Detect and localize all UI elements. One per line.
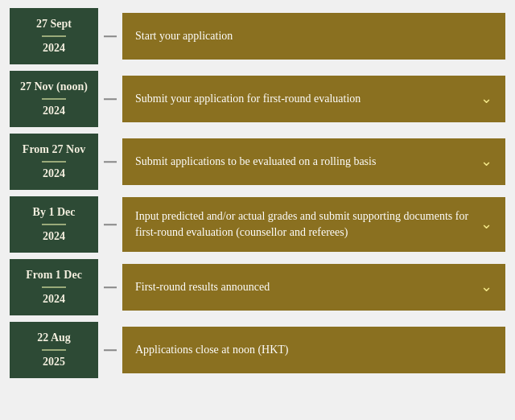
date-year-3: 2024 — [43, 167, 65, 181]
date-box-2: 27 Nov (noon)2024 — [10, 71, 98, 127]
chevron-down-icon-2: ⌄ — [480, 89, 492, 109]
date-divider-5 — [42, 286, 66, 288]
event-text-4: Input predicted and/or actual grades and… — [135, 208, 480, 240]
date-top-3: From 27 Nov — [23, 142, 85, 157]
timeline-container: 27 Sept2024Start your application⌄27 Nov… — [0, 0, 515, 420]
date-box-1: 27 Sept2024 — [10, 8, 98, 64]
event-text-6: Applications close at noon (HKT) — [135, 342, 492, 358]
date-divider-1 — [42, 35, 66, 37]
date-year-6: 2025 — [43, 355, 65, 369]
date-year-5: 2024 — [43, 292, 65, 307]
date-top-4: By 1 Dec — [33, 205, 76, 220]
date-top-6: 22 Aug — [37, 331, 71, 345]
date-year-4: 2024 — [43, 229, 65, 244]
timeline-row-5: From 1 Dec2024First-round results announ… — [10, 259, 505, 315]
timeline-row-3: From 27 Nov2024Submit applications to be… — [10, 134, 505, 190]
date-year-1: 2024 — [43, 41, 65, 56]
event-box-3[interactable]: Submit applications to be evaluated on a… — [122, 138, 505, 185]
event-box-1: Start your application⌄ — [122, 13, 505, 60]
date-divider-3 — [42, 161, 66, 163]
timeline-row-6: 22 Aug2025Applications close at noon (HK… — [10, 322, 505, 378]
event-box-6: Applications close at noon (HKT)⌄ — [122, 327, 505, 373]
date-divider-2 — [42, 98, 66, 100]
event-text-1: Start your application — [135, 28, 492, 44]
chevron-down-icon-3: ⌄ — [480, 151, 492, 171]
date-top-5: From 1 Dec — [26, 268, 82, 282]
chevron-down-icon-4: ⌄ — [480, 214, 492, 234]
timeline-row-4: By 1 Dec2024Input predicted and/or actua… — [10, 196, 505, 253]
date-box-3: From 27 Nov2024 — [10, 134, 98, 190]
timeline-row-2: 27 Nov (noon)2024Submit your application… — [10, 71, 505, 127]
date-box-6: 22 Aug2025 — [10, 322, 98, 378]
timeline-row-1: 27 Sept2024Start your application⌄ — [10, 8, 505, 64]
event-text-5: First-round results announced — [135, 279, 480, 295]
date-divider-6 — [42, 349, 66, 351]
event-text-3: Submit applications to be evaluated on a… — [135, 154, 480, 170]
date-year-2: 2024 — [43, 104, 65, 118]
date-box-5: From 1 Dec2024 — [10, 259, 98, 315]
event-box-4[interactable]: Input predicted and/or actual grades and… — [122, 197, 505, 251]
event-box-5[interactable]: First-round results announced⌄ — [122, 264, 505, 311]
date-top-1: 27 Sept — [36, 17, 72, 31]
chevron-down-icon-5: ⌄ — [480, 277, 492, 297]
date-box-4: By 1 Dec2024 — [10, 196, 98, 253]
date-top-2: 27 Nov (noon) — [20, 80, 88, 94]
date-divider-4 — [42, 224, 66, 225]
event-text-2: Submit your application for first-round … — [135, 91, 480, 107]
event-box-2[interactable]: Submit your application for first-round … — [122, 76, 505, 122]
